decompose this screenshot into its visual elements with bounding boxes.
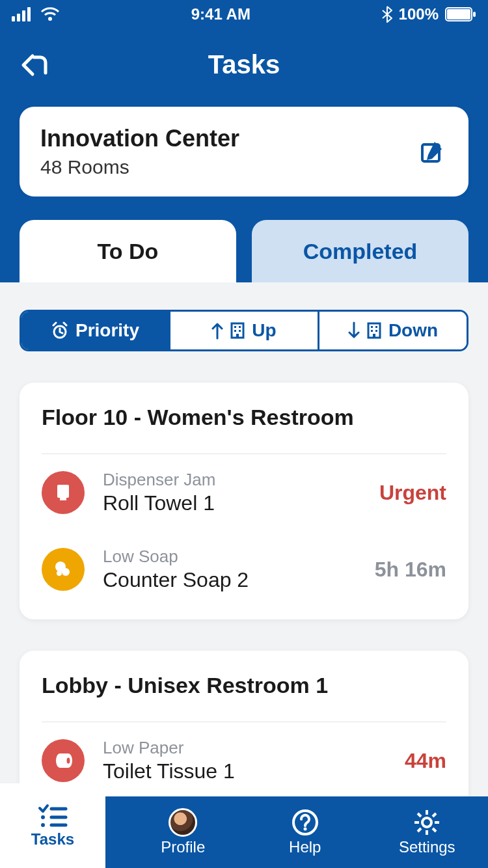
svg-rect-7 [473,12,476,17]
status-time: 9:41 AM [191,5,251,23]
svg-rect-6 [447,9,470,20]
svg-rect-11 [234,326,236,328]
svg-rect-3 [27,7,31,21]
status-bar: 9:41 AM 100% [0,0,488,29]
task-status: 44m [405,749,446,773]
avatar-icon [169,808,197,837]
sort-priority-label: Priority [75,320,139,341]
task-group-title: Lobby - Unisex Restroom 1 [42,673,446,698]
task-row[interactable]: Low Soap Counter Soap 2 5h 16m [42,531,446,608]
task-body: Priority Up Down Floor 10 - Women's Rest… [0,282,488,796]
task-row[interactable]: x Dispenser Jam Roll Towel 1 Urgent [42,454,446,531]
task-kind: Low Soap [103,547,367,567]
svg-point-26 [57,571,62,576]
svg-point-4 [48,17,52,21]
svg-rect-2 [22,10,25,21]
tab-todo[interactable]: To Do [20,220,236,282]
sort-segmented-control: Priority Up Down [20,310,468,351]
nav-help-label: Help [289,838,321,856]
svg-rect-15 [236,334,239,338]
svg-rect-1 [17,14,20,21]
svg-rect-12 [239,326,241,328]
alarm-icon [51,321,69,340]
svg-rect-14 [239,330,241,332]
task-group-card: Floor 10 - Women's Restroom x Dispenser … [20,383,468,619]
task-kind: Dispenser Jam [103,470,372,490]
sort-down-label: Down [388,320,438,341]
page-title: Tasks [208,50,280,79]
task-name: Counter Soap 2 [103,568,367,592]
nav-profile-label: Profile [161,838,205,856]
edit-icon [419,139,445,165]
svg-rect-0 [12,16,15,21]
task-name: Roll Towel 1 [103,491,372,515]
arrow-down-icon [348,321,360,340]
nav-settings[interactable]: Settings [366,796,489,868]
status-battery-text: 100% [399,5,439,23]
svg-point-37 [303,828,306,831]
svg-point-30 [67,758,70,764]
task-tabs: To Do Completed [0,197,488,282]
svg-rect-19 [371,330,373,332]
task-status: 5h 16m [375,558,446,582]
back-icon [20,49,51,81]
task-kind: Low Paper [103,738,397,758]
svg-line-43 [418,813,421,817]
svg-line-46 [433,813,436,817]
battery-icon [445,7,476,21]
location-name: Innovation Center [40,125,239,152]
gear-icon [413,808,441,837]
nav-tasks[interactable]: Tasks [0,783,105,868]
nav-help[interactable]: Help [244,796,366,868]
svg-point-34 [41,823,45,827]
task-status: Urgent [379,481,446,505]
building-icon [366,321,382,340]
nav-settings-label: Settings [399,838,455,856]
svg-text:x: x [66,496,70,503]
task-group-title: Floor 10 - Women's Restroom [42,405,446,430]
svg-line-44 [433,828,436,832]
edit-location-button[interactable] [416,136,448,167]
tasks-icon [37,803,68,829]
app-header: Tasks Innovation Center 48 Rooms To Do C… [0,29,488,282]
svg-rect-18 [375,326,377,328]
wifi-icon [40,7,60,21]
signal-icon [12,7,34,21]
task-name: Toilet Tissue 1 [103,759,397,783]
svg-line-45 [418,828,421,832]
sort-up-button[interactable]: Up [170,312,319,349]
svg-rect-21 [373,334,375,338]
arrow-up-icon [211,321,223,340]
help-icon [291,808,319,837]
svg-point-32 [41,815,45,819]
location-card: Innovation Center 48 Rooms [20,107,468,197]
svg-point-38 [422,818,431,827]
svg-rect-13 [234,330,236,332]
nav-profile[interactable]: Profile [122,796,245,868]
svg-rect-17 [371,326,373,328]
location-rooms: 48 Rooms [40,156,239,178]
svg-rect-20 [375,330,377,332]
nav-tasks-label: Tasks [31,830,74,848]
tab-completed[interactable]: Completed [252,220,468,282]
task-group-card: Lobby - Unisex Restroom 1 Low Paper Toil… [20,651,468,796]
soap-icon [42,548,85,591]
bottom-nav: Tasks Profile Help Settings [0,796,488,868]
back-button[interactable] [20,49,51,81]
sort-priority-button[interactable]: Priority [21,312,170,349]
svg-point-25 [62,568,70,576]
sort-down-button[interactable]: Down [319,312,467,349]
toilet-tissue-icon [42,739,85,782]
bluetooth-icon [382,6,392,23]
building-icon [230,321,245,340]
towel-dispenser-icon: x [42,471,85,514]
sort-up-label: Up [252,320,276,341]
